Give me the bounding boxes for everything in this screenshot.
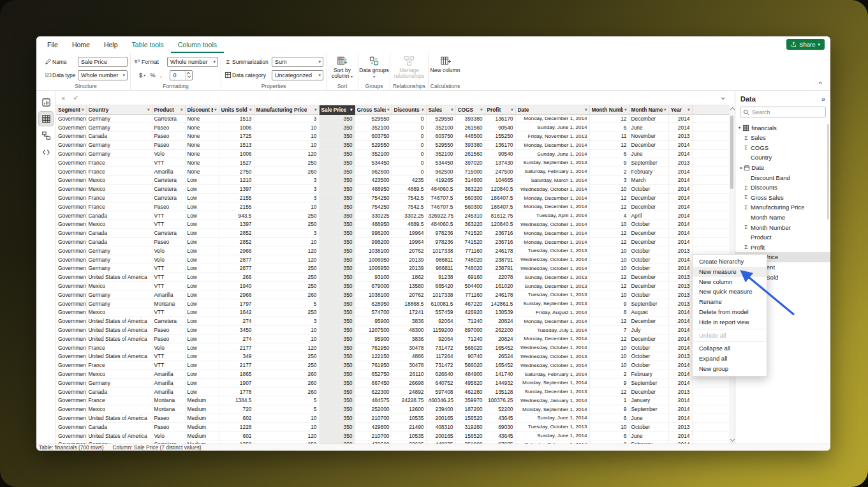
cell-month-number[interactable]: 1 [589, 396, 629, 405]
cell-gross-sales[interactable]: 534450 [355, 158, 392, 167]
cell-year[interactable]: 2014 [668, 308, 692, 317]
filter-icon[interactable]: ▾ [422, 107, 423, 112]
cell-gross-sales[interactable]: 529550 [355, 114, 392, 123]
currency-format-button[interactable]: $ ▾ [139, 71, 145, 79]
cell-cogs[interactable]: 467220 [455, 299, 485, 308]
cell-manufacturing-price[interactable]: 260 [254, 167, 319, 176]
cell-gross-sales[interactable]: 95900 [355, 317, 392, 326]
model-view-icon[interactable] [39, 128, 53, 142]
cell-country[interactable]: Mexico [86, 281, 152, 290]
cell-gross-sales[interactable]: 488950 [355, 184, 392, 193]
cell-country[interactable]: Canada [86, 423, 152, 431]
cell-month-name[interactable]: October [629, 264, 668, 273]
table-view-icon[interactable] [39, 112, 53, 126]
cell-sale-price[interactable]: 350 [319, 114, 355, 123]
cell-sale-price[interactable]: 350 [319, 167, 355, 176]
cell-country[interactable]: Mexico [86, 220, 152, 229]
cell-sale-price[interactable]: 350 [319, 317, 355, 326]
cell-segment[interactable]: Government [56, 220, 86, 229]
cell-discount-band[interactable]: Low [185, 326, 219, 334]
cell-sales[interactable]: 1017338 [426, 290, 455, 299]
cell-segment[interactable]: Government [56, 378, 86, 387]
cell-product[interactable]: Paseo [152, 237, 185, 246]
cell-sale-price[interactable]: 350 [319, 237, 355, 246]
cell-discounts[interactable]: 3302.25 [392, 211, 426, 220]
cell-year[interactable]: 2013 [668, 387, 692, 396]
cell-discounts[interactable]: 13580 [392, 281, 426, 290]
cell-manufacturing-price[interactable]: 120 [254, 431, 319, 440]
cell-discounts[interactable]: 10535 [392, 414, 426, 423]
cell-date[interactable]: Sunday, June 1, 2014 [515, 414, 589, 423]
cell-month-number[interactable]: 12 [589, 317, 629, 326]
cell-profit[interactable]: 43645 [485, 431, 515, 440]
cell-sales[interactable]: 626640 [426, 370, 455, 378]
cell-discount-band[interactable]: Low [185, 229, 219, 237]
table-row[interactable]: GovernmentFranceCarreteraLow215533507542… [56, 193, 729, 202]
cell-profit[interactable]: 137430 [485, 158, 515, 167]
cell-segment[interactable]: Government [56, 334, 86, 343]
cell-cogs[interactable]: 90740 [455, 352, 485, 361]
commit-icon[interactable]: ✓ [73, 94, 78, 102]
cell-units-sold[interactable]: 1210 [219, 176, 254, 185]
cell-sale-price[interactable]: 350 [319, 414, 355, 423]
cell-month-number[interactable]: 8 [589, 308, 629, 317]
cell-product[interactable]: Carretera [152, 317, 185, 326]
cell-sales[interactable]: 640752 [426, 378, 455, 387]
cell-date[interactable]: Wednesday, October 1, 2014 [515, 361, 589, 370]
cell-cogs[interactable]: 495820 [455, 378, 485, 387]
cell-product[interactable]: VTT [152, 352, 185, 361]
cell-cogs[interactable]: 71240 [455, 334, 485, 343]
cell-gross-sales[interactable]: 488950 [355, 220, 392, 229]
cell-month-number[interactable]: 12 [589, 273, 629, 281]
cell-units-sold[interactable]: 2155 [219, 202, 254, 211]
cell-country[interactable]: United States of America [86, 273, 152, 281]
cell-year[interactable]: 2014 [668, 396, 692, 405]
share-button[interactable]: Share ▾ [786, 39, 825, 50]
cell-year[interactable]: 2014 [668, 123, 692, 132]
cell-year[interactable]: 2014 [668, 405, 692, 414]
cell-gross-sales[interactable]: 529550 [355, 140, 392, 149]
cell-manufacturing-price[interactable]: 250 [254, 264, 319, 273]
table-row[interactable]: GovernmentCanadaPaseoNone172510350603750… [56, 132, 729, 141]
cell-sales[interactable]: 529550 [426, 114, 455, 123]
cell-month-number[interactable]: 10 [589, 361, 629, 370]
cell-units-sold[interactable]: 2877 [219, 255, 254, 264]
cell-month-number[interactable]: 12 [589, 140, 629, 149]
cell-cogs[interactable]: 748020 [455, 264, 485, 273]
cell-sales[interactable]: 534450 [426, 158, 455, 167]
cell-profit[interactable]: 22078 [485, 273, 515, 281]
cell-year[interactable]: 2014 [668, 255, 692, 264]
filter-icon[interactable]: ▾ [180, 107, 182, 112]
cell-gross-sales[interactable]: 667450 [355, 378, 392, 387]
table-row[interactable]: GovernmentCanadaVTTLow943.52503503302253… [56, 211, 729, 220]
cell-cogs[interactable]: 69160 [455, 273, 485, 281]
cell-month-number[interactable]: 3 [589, 176, 629, 185]
cell-gross-sales[interactable]: 761950 [355, 361, 392, 370]
cell-date[interactable]: Monday, December 1, 2014 [515, 193, 589, 202]
cell-gross-sales[interactable]: 423500 [355, 176, 392, 185]
cell-segment[interactable]: Government [56, 202, 86, 211]
cell-year[interactable]: 2014 [668, 414, 692, 423]
cell-sales[interactable]: 200165 [426, 431, 455, 440]
column-header-discounts[interactable]: Discounts▾ [392, 105, 426, 114]
cell-sales[interactable]: 92064 [426, 317, 455, 326]
cell-product[interactable]: Velo [152, 343, 185, 352]
cell-country[interactable]: Mexico [86, 176, 152, 185]
cell-profit[interactable]: 238791 [485, 264, 515, 273]
cell-segment[interactable]: Government [56, 114, 86, 123]
cell-country[interactable]: France [86, 193, 152, 202]
cell-discounts[interactable]: 0 [392, 140, 426, 149]
cell-date[interactable]: Wednesday, October 1, 2014 [515, 255, 589, 264]
cell-cogs[interactable]: 363220 [455, 220, 485, 229]
cell-country[interactable]: United States of America [86, 326, 152, 334]
cell-discounts[interactable]: 21490 [392, 423, 426, 431]
cell-product[interactable]: Paseo [152, 334, 185, 343]
cell-units-sold[interactable]: 1642 [219, 308, 254, 317]
table-node-financials[interactable]: ▾ financials [735, 123, 830, 133]
cell-cogs[interactable]: 741520 [455, 237, 485, 246]
column-header-units-sold[interactable]: Units Sold▾ [219, 105, 254, 114]
table-row[interactable]: GovernmentMexicoVTTLow194025035067900013… [56, 281, 729, 290]
cell-sales[interactable]: 1017338 [426, 246, 455, 255]
cell-country[interactable]: United States of America [86, 352, 152, 361]
cell-sales[interactable]: 986811 [426, 255, 455, 264]
